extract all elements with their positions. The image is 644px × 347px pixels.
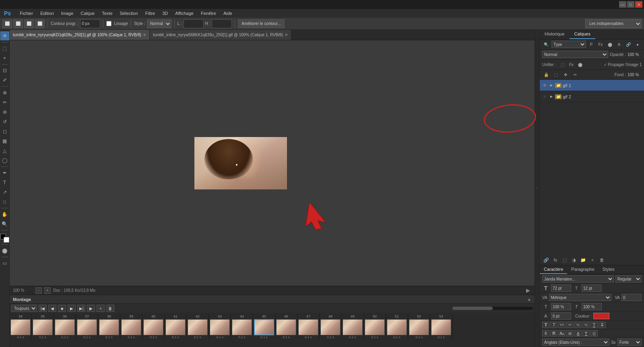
frame-37[interactable]: 370,1 s bbox=[76, 314, 98, 339]
minimize-button[interactable]: — bbox=[619, 1, 626, 8]
color-swatch[interactable] bbox=[593, 313, 609, 319]
frame-thumb-42[interactable] bbox=[188, 319, 208, 335]
text-tool[interactable]: T bbox=[0, 178, 9, 187]
lissage-checkbox[interactable] bbox=[106, 21, 111, 26]
frame-45[interactable]: 450,1 s bbox=[253, 314, 275, 339]
fx-btn[interactable]: fx bbox=[551, 256, 559, 264]
scale-v-input[interactable] bbox=[582, 303, 602, 310]
rect-select-btn[interactable]: ⬜ bbox=[2, 19, 12, 28]
frame-38[interactable]: 380,1 s bbox=[98, 314, 120, 339]
frame-thumb-53[interactable] bbox=[431, 319, 451, 335]
ellipse-select-btn[interactable]: ⬜ bbox=[13, 19, 23, 28]
frame-thumb-51[interactable] bbox=[387, 319, 407, 335]
style-select[interactable]: Normal bbox=[147, 19, 171, 28]
verou-btn[interactable]: 🔒 bbox=[542, 71, 550, 78]
dodge-tool[interactable]: ◯ bbox=[0, 156, 9, 165]
layer-1-expand[interactable]: ▶ bbox=[549, 94, 554, 99]
maximize-button[interactable]: □ bbox=[627, 1, 634, 8]
frame-52[interactable]: 520,1 s bbox=[408, 314, 430, 339]
sub-btn-3[interactable]: Aa bbox=[558, 330, 566, 337]
magic-select-btn[interactable]: ⬜ bbox=[35, 19, 45, 28]
frame-thumb-52[interactable] bbox=[409, 319, 429, 335]
adj-layer-btn[interactable]: ◑ bbox=[570, 256, 578, 264]
frame-48[interactable]: 480,1 s bbox=[320, 314, 342, 339]
font-style-select[interactable]: Regular bbox=[615, 275, 642, 283]
fmt-strikethrough[interactable]: T bbox=[599, 322, 606, 328]
fmt-sub[interactable]: T1 bbox=[582, 322, 590, 328]
frame-thumb-36[interactable] bbox=[55, 319, 75, 335]
quick-mask-tool[interactable]: ⬤ bbox=[0, 246, 9, 255]
frame-thumb-34[interactable] bbox=[10, 319, 31, 335]
frame-35[interactable]: 350,1 s bbox=[32, 314, 54, 339]
add-frame-btn[interactable]: + bbox=[97, 305, 105, 312]
lasso-tool[interactable]: ⌖ bbox=[0, 54, 9, 62]
crop-tool[interactable]: ⊡ bbox=[0, 66, 9, 75]
play-last-btn[interactable]: ▶ bbox=[87, 305, 95, 312]
layer-filter-1[interactable]: P bbox=[587, 41, 595, 48]
sub-btn-6[interactable]: T̲ bbox=[582, 330, 590, 337]
eraser-tool[interactable]: ◻ bbox=[0, 127, 9, 136]
fmt-smallcaps[interactable]: TT bbox=[566, 322, 574, 328]
menu-fichier[interactable]: Fichier bbox=[17, 10, 36, 17]
frame-thumb-47[interactable] bbox=[298, 319, 318, 335]
baseline-input[interactable] bbox=[551, 312, 571, 320]
fmt-italic[interactable]: T bbox=[550, 322, 557, 328]
doc-tab-1[interactable]: tumblr_inline_nyryurxqKD1qlt39u_250[1].g… bbox=[10, 30, 150, 40]
layer-type-select[interactable]: Type bbox=[551, 41, 586, 48]
frame-thumb-45[interactable] bbox=[254, 319, 274, 335]
tracking-select[interactable]: Métrique bbox=[549, 294, 612, 301]
lang-select[interactable]: Anglais (Etats-Unis) : bbox=[542, 339, 609, 346]
sub-btn-2[interactable]: ffl bbox=[550, 330, 557, 337]
menu-image[interactable]: Image bbox=[58, 10, 77, 17]
fmt-underline[interactable]: T bbox=[590, 322, 598, 328]
layer-1-visibility[interactable]: 👁 bbox=[541, 94, 548, 100]
loop-select[interactable]: Toujours bbox=[11, 305, 37, 312]
font-size-input[interactable] bbox=[551, 285, 571, 292]
frame-thumb-43[interactable] bbox=[210, 319, 230, 335]
frame-thumb-44[interactable] bbox=[232, 319, 252, 335]
stop-btn[interactable]: ■ bbox=[58, 305, 66, 312]
menu-edition[interactable]: Edition bbox=[37, 10, 57, 17]
ameliorer-button[interactable]: Améliorer le contour... bbox=[238, 19, 284, 28]
sub-btn-4[interactable]: st bbox=[566, 330, 574, 337]
play-next-btn[interactable]: ▶| bbox=[77, 305, 85, 312]
zoom-out-btn[interactable]: - bbox=[35, 287, 42, 294]
zoom-in-btn[interactable]: + bbox=[44, 287, 51, 294]
eyedropper-tool[interactable]: ✐ bbox=[0, 76, 9, 85]
menu-affichage[interactable]: Affichage bbox=[172, 10, 197, 17]
h-input[interactable] bbox=[212, 19, 232, 28]
move-tool[interactable]: ✥ bbox=[0, 31, 9, 40]
verou-icon-btn[interactable]: ⬚ bbox=[552, 71, 560, 78]
menu-fenetre[interactable]: Fenêtre bbox=[198, 10, 219, 17]
font-family-select[interactable]: Janda Manatee... bbox=[542, 275, 614, 283]
frame-53[interactable]: 530,1 s bbox=[430, 314, 452, 339]
background-color[interactable] bbox=[4, 237, 9, 243]
layer-filter-2[interactable]: Fx bbox=[597, 41, 605, 48]
layer-item-0[interactable]: 👁 ▶ 📁 gif 1 bbox=[540, 80, 644, 91]
frame-49[interactable]: 490,1 s bbox=[342, 314, 364, 339]
delete-frame-btn[interactable]: 🗑 bbox=[106, 305, 114, 312]
tab-caractere[interactable]: Caractère bbox=[540, 266, 567, 274]
zoom-tool[interactable]: 🔍 bbox=[0, 220, 9, 229]
tab-styles[interactable]: Styles bbox=[599, 266, 619, 274]
close-button[interactable]: ✕ bbox=[635, 1, 642, 8]
tab-paragraphe[interactable]: Paragraphe bbox=[567, 266, 599, 274]
group-layers-btn[interactable]: 📁 bbox=[579, 256, 587, 264]
panel-toggle[interactable]: ‹ bbox=[535, 30, 539, 347]
layer-filter-3[interactable]: ⬤ bbox=[606, 41, 614, 48]
fmt-sup[interactable]: T1 bbox=[574, 322, 582, 328]
frame-36[interactable]: 360,1 s bbox=[54, 314, 76, 339]
unifier-btn-1[interactable]: ⬚ bbox=[558, 61, 566, 68]
layer-0-expand[interactable]: ▶ bbox=[549, 83, 554, 88]
frame-41[interactable]: 410,1 s bbox=[165, 314, 187, 339]
menu-texte[interactable]: Texte bbox=[99, 10, 116, 17]
tab-calques[interactable]: Calques bbox=[570, 30, 595, 39]
pen-tool[interactable]: ✒ bbox=[0, 168, 9, 177]
blur-tool[interactable]: △ bbox=[0, 146, 9, 155]
contour-input[interactable] bbox=[80, 19, 100, 28]
frame-42[interactable]: 420,1 s bbox=[187, 314, 209, 339]
screen-mode-tool[interactable]: ▭ bbox=[0, 259, 9, 268]
frame-50[interactable]: 500,1 s bbox=[364, 314, 386, 339]
doc-tab-1-close[interactable]: ✕ bbox=[143, 33, 146, 37]
menu-aide[interactable]: Aide bbox=[220, 10, 235, 17]
